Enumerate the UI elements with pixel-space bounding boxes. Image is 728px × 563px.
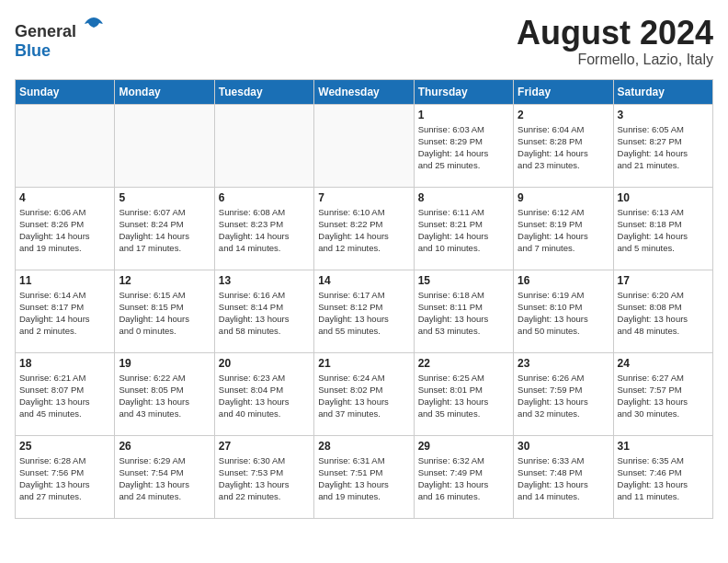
calendar-week-row: 4Sunrise: 6:06 AM Sunset: 8:26 PM Daylig… xyxy=(16,187,713,270)
day-info: Sunrise: 6:24 AM Sunset: 8:02 PM Dayligh… xyxy=(318,372,409,420)
calendar-day-cell: 7Sunrise: 6:10 AM Sunset: 8:22 PM Daylig… xyxy=(314,187,414,270)
day-info: Sunrise: 6:03 AM Sunset: 8:29 PM Dayligh… xyxy=(418,123,509,172)
day-info: Sunrise: 6:28 AM Sunset: 7:56 PM Dayligh… xyxy=(19,454,110,503)
day-info: Sunrise: 6:14 AM Sunset: 8:17 PM Dayligh… xyxy=(19,289,110,338)
day-info: Sunrise: 6:23 AM Sunset: 8:04 PM Dayligh… xyxy=(219,372,310,420)
weekday-header: Wednesday xyxy=(314,79,414,104)
month-year-title: August 2024 xyxy=(517,15,713,52)
calendar-day-cell: 17Sunrise: 6:20 AM Sunset: 8:08 PM Dayli… xyxy=(613,270,712,352)
day-number: 23 xyxy=(518,357,609,370)
day-number: 27 xyxy=(219,440,310,453)
day-number: 30 xyxy=(518,440,609,453)
calendar-day-cell xyxy=(115,104,214,187)
calendar-day-cell: 29Sunrise: 6:32 AM Sunset: 7:49 PM Dayli… xyxy=(414,435,513,518)
day-number: 4 xyxy=(19,191,110,204)
day-info: Sunrise: 6:18 AM Sunset: 8:11 PM Dayligh… xyxy=(418,289,509,338)
day-number: 8 xyxy=(418,191,509,204)
weekday-header: Thursday xyxy=(414,79,513,104)
day-number: 21 xyxy=(318,357,409,370)
calendar-day-cell: 28Sunrise: 6:31 AM Sunset: 7:51 PM Dayli… xyxy=(314,435,414,518)
day-info: Sunrise: 6:21 AM Sunset: 8:07 PM Dayligh… xyxy=(19,372,110,420)
page-header: General Blue August 2024 Formello, Lazio… xyxy=(15,15,713,68)
day-number: 12 xyxy=(119,274,210,287)
day-info: Sunrise: 6:33 AM Sunset: 7:48 PM Dayligh… xyxy=(518,454,609,503)
day-info: Sunrise: 6:04 AM Sunset: 8:28 PM Dayligh… xyxy=(518,123,609,172)
calendar-day-cell: 27Sunrise: 6:30 AM Sunset: 7:53 PM Dayli… xyxy=(214,435,313,518)
calendar-day-cell: 22Sunrise: 6:25 AM Sunset: 8:01 PM Dayli… xyxy=(414,352,513,435)
day-info: Sunrise: 6:13 AM Sunset: 8:18 PM Dayligh… xyxy=(618,206,709,255)
weekday-header: Friday xyxy=(514,79,613,104)
day-number: 9 xyxy=(518,191,609,204)
calendar-day-cell xyxy=(314,104,414,187)
logo-bird-icon xyxy=(83,15,105,37)
calendar-day-cell: 6Sunrise: 6:08 AM Sunset: 8:23 PM Daylig… xyxy=(214,187,313,270)
day-number: 18 xyxy=(19,357,110,370)
calendar-day-cell: 8Sunrise: 6:11 AM Sunset: 8:21 PM Daylig… xyxy=(414,187,513,270)
day-number: 29 xyxy=(418,440,509,453)
day-info: Sunrise: 6:07 AM Sunset: 8:24 PM Dayligh… xyxy=(119,206,210,255)
weekday-header: Saturday xyxy=(613,79,712,104)
day-info: Sunrise: 6:11 AM Sunset: 8:21 PM Dayligh… xyxy=(418,206,509,255)
day-info: Sunrise: 6:31 AM Sunset: 7:51 PM Dayligh… xyxy=(318,454,409,503)
day-number: 10 xyxy=(618,191,709,204)
day-number: 6 xyxy=(219,191,310,204)
day-info: Sunrise: 6:06 AM Sunset: 8:26 PM Dayligh… xyxy=(19,206,110,255)
logo-blue: Blue xyxy=(15,41,51,60)
day-info: Sunrise: 6:12 AM Sunset: 8:19 PM Dayligh… xyxy=(518,206,609,255)
calendar-header-row: SundayMondayTuesdayWednesdayThursdayFrid… xyxy=(16,79,713,104)
day-info: Sunrise: 6:26 AM Sunset: 7:59 PM Dayligh… xyxy=(518,372,609,420)
day-number: 3 xyxy=(618,109,709,121)
calendar-week-row: 11Sunrise: 6:14 AM Sunset: 8:17 PM Dayli… xyxy=(16,270,713,352)
calendar-day-cell: 14Sunrise: 6:17 AM Sunset: 8:12 PM Dayli… xyxy=(314,270,414,352)
day-info: Sunrise: 6:29 AM Sunset: 7:54 PM Dayligh… xyxy=(119,454,210,503)
calendar-day-cell: 5Sunrise: 6:07 AM Sunset: 8:24 PM Daylig… xyxy=(115,187,214,270)
calendar-day-cell: 15Sunrise: 6:18 AM Sunset: 8:11 PM Dayli… xyxy=(414,270,513,352)
calendar-day-cell: 16Sunrise: 6:19 AM Sunset: 8:10 PM Dayli… xyxy=(514,270,613,352)
day-number: 26 xyxy=(119,440,210,453)
location-subtitle: Formello, Lazio, Italy xyxy=(517,52,713,68)
day-info: Sunrise: 6:25 AM Sunset: 8:01 PM Dayligh… xyxy=(418,372,509,420)
calendar-day-cell: 18Sunrise: 6:21 AM Sunset: 8:07 PM Dayli… xyxy=(16,352,115,435)
calendar-day-cell: 11Sunrise: 6:14 AM Sunset: 8:17 PM Dayli… xyxy=(16,270,115,352)
day-number: 1 xyxy=(418,109,509,121)
day-number: 7 xyxy=(318,191,409,204)
calendar-day-cell: 1Sunrise: 6:03 AM Sunset: 8:29 PM Daylig… xyxy=(414,104,513,187)
calendar-day-cell: 26Sunrise: 6:29 AM Sunset: 7:54 PM Dayli… xyxy=(115,435,214,518)
day-number: 16 xyxy=(518,274,609,287)
day-number: 22 xyxy=(418,357,509,370)
calendar-week-row: 18Sunrise: 6:21 AM Sunset: 8:07 PM Dayli… xyxy=(16,352,713,435)
calendar-day-cell: 31Sunrise: 6:35 AM Sunset: 7:46 PM Dayli… xyxy=(613,435,712,518)
day-info: Sunrise: 6:08 AM Sunset: 8:23 PM Dayligh… xyxy=(219,206,310,255)
day-info: Sunrise: 6:32 AM Sunset: 7:49 PM Dayligh… xyxy=(418,454,509,503)
calendar-day-cell: 13Sunrise: 6:16 AM Sunset: 8:14 PM Dayli… xyxy=(214,270,313,352)
day-number: 2 xyxy=(518,109,609,121)
day-number: 20 xyxy=(219,357,310,370)
logo-text: General Blue xyxy=(15,15,105,61)
calendar-day-cell: 19Sunrise: 6:22 AM Sunset: 8:05 PM Dayli… xyxy=(115,352,214,435)
calendar-day-cell: 23Sunrise: 6:26 AM Sunset: 7:59 PM Dayli… xyxy=(514,352,613,435)
day-number: 28 xyxy=(318,440,409,453)
day-number: 11 xyxy=(19,274,110,287)
calendar-day-cell: 20Sunrise: 6:23 AM Sunset: 8:04 PM Dayli… xyxy=(214,352,313,435)
calendar-week-row: 1Sunrise: 6:03 AM Sunset: 8:29 PM Daylig… xyxy=(16,104,713,187)
weekday-header: Sunday xyxy=(16,79,115,104)
calendar-day-cell: 21Sunrise: 6:24 AM Sunset: 8:02 PM Dayli… xyxy=(314,352,414,435)
day-info: Sunrise: 6:22 AM Sunset: 8:05 PM Dayligh… xyxy=(119,372,210,420)
calendar-day-cell xyxy=(16,104,115,187)
day-info: Sunrise: 6:19 AM Sunset: 8:10 PM Dayligh… xyxy=(518,289,609,338)
calendar-day-cell: 12Sunrise: 6:15 AM Sunset: 8:15 PM Dayli… xyxy=(115,270,214,352)
day-number: 31 xyxy=(618,440,709,453)
day-info: Sunrise: 6:15 AM Sunset: 8:15 PM Dayligh… xyxy=(119,289,210,338)
day-number: 25 xyxy=(19,440,110,453)
weekday-header: Monday xyxy=(115,79,214,104)
day-number: 13 xyxy=(219,274,310,287)
calendar-table: SundayMondayTuesdayWednesdayThursdayFrid… xyxy=(15,79,713,519)
calendar-day-cell: 30Sunrise: 6:33 AM Sunset: 7:48 PM Dayli… xyxy=(514,435,613,518)
calendar-day-cell: 25Sunrise: 6:28 AM Sunset: 7:56 PM Dayli… xyxy=(16,435,115,518)
day-number: 24 xyxy=(618,357,709,370)
day-info: Sunrise: 6:20 AM Sunset: 8:08 PM Dayligh… xyxy=(618,289,709,338)
calendar-day-cell xyxy=(214,104,313,187)
calendar-day-cell: 3Sunrise: 6:05 AM Sunset: 8:27 PM Daylig… xyxy=(613,104,712,187)
calendar-day-cell: 10Sunrise: 6:13 AM Sunset: 8:18 PM Dayli… xyxy=(613,187,712,270)
day-number: 19 xyxy=(119,357,210,370)
